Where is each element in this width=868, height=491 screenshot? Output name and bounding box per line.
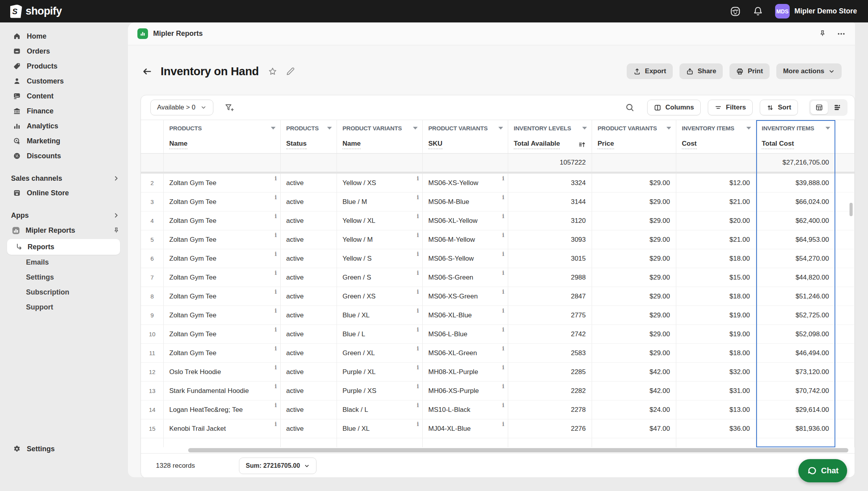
status-cell[interactable]: active <box>281 344 337 363</box>
column-group-menu[interactable]: INVENTORY LEVELS <box>508 120 592 136</box>
total-available-cell[interactable]: 3120 <box>508 211 592 230</box>
total-cost-cell[interactable]: $70,742.00 <box>756 382 835 400</box>
price-cell[interactable]: $29.00 <box>592 268 676 287</box>
table-row[interactable]: 10 Zoltan Gym Teei active Blue / Li MS06… <box>141 325 855 344</box>
cost-cell[interactable]: $15.00 <box>676 268 756 287</box>
shopify-logo[interactable]: S shopify <box>10 5 62 18</box>
info-icon[interactable]: i <box>275 232 277 238</box>
variant-name-cell[interactable]: Yellow / XLi <box>337 211 423 230</box>
status-cell[interactable]: active <box>281 419 337 438</box>
price-cell[interactable]: $24.00 <box>592 400 676 419</box>
variant-name-cell[interactable]: Purple / XSi <box>337 382 423 400</box>
sku-cell[interactable]: MH08-XL-Purplei <box>423 363 508 382</box>
table-row[interactable]: 13 Stark Fundamental Hoodiei active Purp… <box>141 382 855 400</box>
cost-cell[interactable]: $19.00 <box>676 325 756 344</box>
table-row[interactable]: 12 Oslo Trek Hoodiei active Purple / XLi… <box>141 363 855 382</box>
status-cell[interactable]: active <box>281 174 337 193</box>
total-cost-cell[interactable]: $46,494.00 <box>756 344 835 363</box>
product-name-cell[interactable]: Zoltan Gym Teei <box>164 230 281 249</box>
sku-cell[interactable]: MJ04-XL-Bluei <box>423 419 508 438</box>
table-row[interactable]: 8 Zoltan Gym Teei active Green / XSi MS0… <box>141 287 855 306</box>
info-icon[interactable]: i <box>275 213 277 219</box>
filters-button[interactable]: Filters <box>708 100 753 115</box>
cost-cell[interactable]: $36.00 <box>676 419 756 438</box>
sum-selector[interactable]: Sum: 27216705.00 <box>239 458 316 474</box>
total-available-cell[interactable]: 2583 <box>508 344 592 363</box>
export-button[interactable]: Export <box>627 63 673 79</box>
variant-name-cell[interactable]: Green / XSi <box>337 287 423 306</box>
sku-cell[interactable]: MS06-M-Bluei <box>423 193 508 211</box>
info-icon[interactable]: i <box>417 270 419 276</box>
total-available-cell[interactable]: 2847 <box>508 287 592 306</box>
sidebar-item-finance[interactable]: Finance <box>0 104 128 119</box>
sidebar-item-support[interactable]: Support <box>0 300 128 315</box>
info-icon[interactable]: i <box>417 365 419 370</box>
sku-cell[interactable]: MS06-L-Bluei <box>423 325 508 344</box>
status-cell[interactable]: active <box>281 211 337 230</box>
sku-cell[interactable]: MS06-S-Greeni <box>423 268 508 287</box>
variant-name-cell[interactable]: Yellow / XSi <box>337 174 423 193</box>
status-cell[interactable]: active <box>281 306 337 325</box>
cost-cell[interactable]: $21.00 <box>676 230 756 249</box>
price-cell[interactable]: $47.00 <box>592 419 676 438</box>
sort-button[interactable]: Sort <box>760 100 798 115</box>
variant-name-cell[interactable]: Yellow / Si <box>337 249 423 268</box>
info-icon[interactable]: i <box>502 232 504 238</box>
edit-pencil-icon[interactable] <box>286 67 295 76</box>
info-icon[interactable]: i <box>417 402 419 408</box>
info-icon[interactable]: i <box>417 308 419 313</box>
table-row[interactable]: 14 Logan HeatTec&reg; Teei active Black … <box>141 400 855 419</box>
table-row[interactable]: 11 Zoltan Gym Teei active Green / XLi MS… <box>141 344 855 363</box>
sidebar-item-products[interactable]: Products <box>0 59 128 74</box>
sku-cell[interactable]: MS06-XL-Greeni <box>423 344 508 363</box>
info-icon[interactable]: i <box>502 308 504 313</box>
sku-cell[interactable]: MS10-L-Blacki <box>423 400 508 419</box>
sidebar-item-content[interactable]: Content <box>0 89 128 104</box>
table-row[interactable]: 3 Zoltan Gym Teei active Blue / Mi MS06-… <box>141 193 855 211</box>
total-available-cell[interactable]: 3015 <box>508 249 592 268</box>
info-icon[interactable]: i <box>275 384 277 389</box>
back-arrow-icon[interactable] <box>142 67 152 76</box>
pin-icon[interactable] <box>113 227 120 234</box>
info-icon[interactable]: i <box>417 213 419 219</box>
info-icon[interactable]: i <box>275 402 277 408</box>
product-name-cell[interactable]: Zoltan Gym Teei <box>164 287 281 306</box>
search-icon[interactable] <box>625 103 635 112</box>
variant-name-cell[interactable]: Yellow / Mi <box>337 230 423 249</box>
info-icon[interactable]: i <box>275 346 277 351</box>
total-cost-cell[interactable]: $39,888.00 <box>756 174 835 193</box>
sidebar-item-mipler-reports[interactable]: Mipler Reports <box>0 222 128 238</box>
table-row[interactable]: 6 Zoltan Gym Teei active Yellow / Si MS0… <box>141 249 855 268</box>
info-icon[interactable]: i <box>502 421 504 427</box>
total-cost-cell[interactable]: $64,953.00 <box>756 230 835 249</box>
product-name-cell[interactable]: Zoltan Gym Teei <box>164 325 281 344</box>
price-cell[interactable]: $29.00 <box>592 306 676 325</box>
table-row[interactable]: 7 Zoltan Gym Teei active Green / Si MS06… <box>141 268 855 287</box>
info-icon[interactable]: i <box>275 176 277 181</box>
column-group-menu[interactable]: PRODUCT VARIANTS <box>337 120 422 136</box>
notifications-bell-icon[interactable] <box>753 6 763 17</box>
cost-cell[interactable]: $12.00 <box>676 174 756 193</box>
variant-name-cell[interactable]: Blue / Li <box>337 325 423 344</box>
total-available-cell[interactable]: 2775 <box>508 306 592 325</box>
info-icon[interactable]: i <box>502 176 504 181</box>
cost-cell[interactable]: $31.00 <box>676 382 756 400</box>
sidebar-item-reports-selected[interactable]: Reports <box>7 239 120 255</box>
info-icon[interactable]: i <box>417 232 419 238</box>
total-available-cell[interactable]: 2278 <box>508 400 592 419</box>
price-cell[interactable]: $29.00 <box>592 174 676 193</box>
status-cell[interactable]: active <box>281 382 337 400</box>
status-cell[interactable]: active <box>281 325 337 344</box>
product-name-cell[interactable]: Zoltan Gym Teei <box>164 344 281 363</box>
cost-cell[interactable]: $19.00 <box>676 306 756 325</box>
product-name-cell[interactable]: Kenobi Trail Jacketi <box>164 419 281 438</box>
info-icon[interactable]: i <box>502 251 504 257</box>
total-cost-cell[interactable]: $52,725.00 <box>756 306 835 325</box>
sku-cell[interactable]: MS06-XS-Yellowi <box>423 174 508 193</box>
cost-cell[interactable]: $18.00 <box>676 344 756 363</box>
info-icon[interactable]: i <box>275 289 277 295</box>
cost-cell[interactable]: $18.00 <box>676 287 756 306</box>
total-cost-cell[interactable]: $44,820.00 <box>756 268 835 287</box>
info-icon[interactable]: i <box>502 402 504 408</box>
total-available-cell[interactable]: 2282 <box>508 382 592 400</box>
